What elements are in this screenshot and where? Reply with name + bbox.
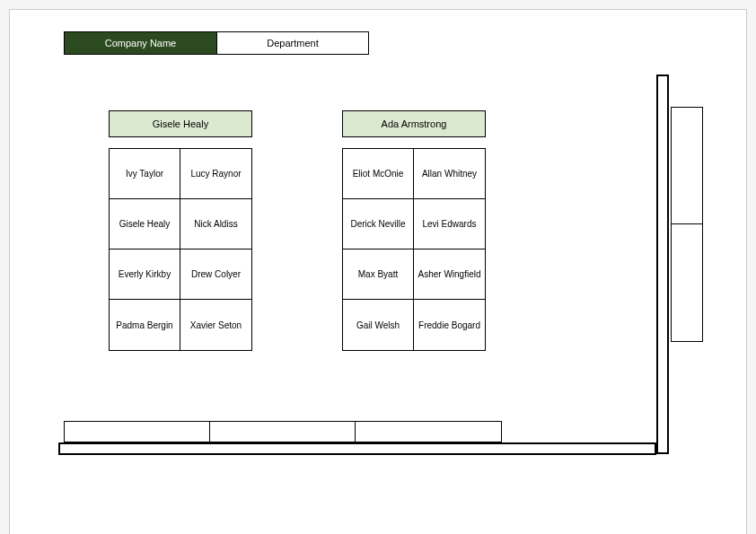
team-block-2: Ada Armstrong Eliot McOnie Allan Whitney… (342, 110, 486, 351)
seat-cell: Drew Colyer (180, 249, 251, 300)
team-grid-1: Ivy Taylor Lucy Raynor Gisele Healy Nick… (109, 148, 252, 351)
seat-cell: Lucy Raynor (180, 149, 251, 199)
seat-cell: Everly Kirkby (110, 249, 180, 300)
seat-cell: Gail Welsh (343, 300, 414, 350)
team-lead-1: Gisele Healy (109, 110, 252, 137)
seat-cell: Nick Aldiss (180, 199, 251, 249)
seat-cell: Padma Bergin (110, 300, 180, 350)
team-grid-2: Eliot McOnie Allan Whitney Derick Nevill… (342, 148, 486, 351)
seat-cell: Gisele Healy (110, 199, 180, 249)
bottom-wall (58, 442, 656, 455)
seat-cell: Xavier Seton (180, 300, 251, 350)
seat-cell: Eliot McOnie (343, 149, 414, 199)
seat-cell: Ivy Taylor (110, 149, 180, 199)
bottom-desk-row (64, 421, 502, 442)
bottom-desk-cell (210, 422, 356, 442)
seat-cell: Levi Edwards (414, 199, 485, 249)
seat-cell: Derick Neville (343, 199, 414, 249)
company-name-cell: Company Name (64, 31, 216, 55)
seat-cell: Max Byatt (343, 249, 414, 300)
right-desk-cell (672, 224, 702, 341)
seat-cell: Allan Whitney (414, 149, 485, 199)
right-wall (656, 74, 669, 454)
department-cell: Department (216, 31, 369, 55)
seating-chart-page: Company Name Department Gisele Healy Ivy… (9, 9, 747, 534)
header-row: Company Name Department (64, 31, 369, 55)
bottom-desk-cell (356, 422, 501, 442)
team-block-1: Gisele Healy Ivy Taylor Lucy Raynor Gise… (109, 110, 252, 351)
bottom-desk-cell (65, 422, 210, 442)
right-desk-cell (672, 108, 702, 224)
team-lead-2: Ada Armstrong (342, 110, 486, 137)
seat-cell: Asher Wingfield (414, 249, 485, 300)
seat-cell: Freddie Bogard (414, 300, 485, 350)
right-desk-column (671, 107, 703, 342)
